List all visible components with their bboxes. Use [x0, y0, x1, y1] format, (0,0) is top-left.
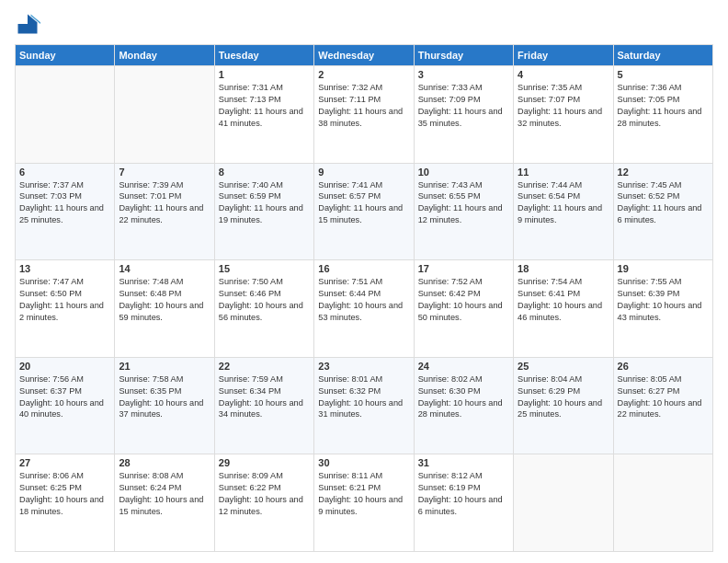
cell-info: Sunrise: 7:35 AM Sunset: 7:07 PM Dayligh…	[518, 82, 609, 130]
calendar-cell: 19Sunrise: 7:55 AM Sunset: 6:39 PM Dayli…	[613, 260, 712, 358]
day-number: 14	[119, 263, 210, 274]
cell-info: Sunrise: 7:36 AM Sunset: 7:05 PM Dayligh…	[618, 82, 709, 130]
cell-info: Sunrise: 7:59 AM Sunset: 6:34 PM Dayligh…	[219, 373, 310, 421]
cell-info: Sunrise: 7:50 AM Sunset: 6:46 PM Dayligh…	[219, 276, 310, 324]
day-number: 19	[618, 263, 709, 274]
day-number: 16	[318, 263, 409, 274]
cell-info: Sunrise: 7:51 AM Sunset: 6:44 PM Dayligh…	[318, 276, 409, 324]
weekday-header-wednesday: Wednesday	[314, 45, 414, 66]
cell-info: Sunrise: 8:08 AM Sunset: 6:24 PM Dayligh…	[119, 470, 210, 518]
calendar-cell: 27Sunrise: 8:06 AM Sunset: 6:25 PM Dayli…	[16, 454, 115, 552]
day-number: 9	[318, 167, 409, 178]
cell-info: Sunrise: 7:45 AM Sunset: 6:52 PM Dayligh…	[618, 179, 709, 227]
week-row-4: 20Sunrise: 7:56 AM Sunset: 6:37 PM Dayli…	[16, 357, 713, 454]
day-number: 28	[119, 457, 210, 468]
cell-info: Sunrise: 7:54 AM Sunset: 6:41 PM Dayligh…	[518, 276, 609, 324]
page: SundayMondayTuesdayWednesdayThursdayFrid…	[0, 0, 728, 563]
calendar-cell: 28Sunrise: 8:08 AM Sunset: 6:24 PM Dayli…	[115, 454, 214, 552]
day-number: 11	[518, 167, 609, 178]
calendar-cell: 29Sunrise: 8:09 AM Sunset: 6:22 PM Dayli…	[214, 454, 313, 552]
calendar-cell: 10Sunrise: 7:43 AM Sunset: 6:55 PM Dayli…	[414, 163, 513, 260]
cell-info: Sunrise: 7:47 AM Sunset: 6:50 PM Dayligh…	[19, 276, 110, 324]
day-number: 27	[19, 457, 110, 468]
calendar-cell: 5Sunrise: 7:36 AM Sunset: 7:05 PM Daylig…	[613, 66, 712, 164]
cell-info: Sunrise: 7:41 AM Sunset: 6:57 PM Dayligh…	[318, 179, 409, 227]
calendar-cell: 9Sunrise: 7:41 AM Sunset: 6:57 PM Daylig…	[314, 163, 414, 260]
header	[15, 11, 713, 37]
cell-info: Sunrise: 7:52 AM Sunset: 6:42 PM Dayligh…	[418, 276, 509, 324]
calendar-cell: 11Sunrise: 7:44 AM Sunset: 6:54 PM Dayli…	[514, 163, 613, 260]
cell-info: Sunrise: 8:04 AM Sunset: 6:29 PM Dayligh…	[518, 373, 609, 421]
day-number: 7	[119, 167, 210, 178]
logo-icon	[15, 11, 40, 37]
svg-rect-2	[15, 11, 28, 24]
calendar-cell: 18Sunrise: 7:54 AM Sunset: 6:41 PM Dayli…	[514, 260, 613, 358]
cell-info: Sunrise: 7:39 AM Sunset: 7:01 PM Dayligh…	[119, 179, 210, 227]
calendar-cell	[16, 66, 115, 164]
cell-info: Sunrise: 8:06 AM Sunset: 6:25 PM Dayligh…	[19, 470, 110, 518]
weekday-header-tuesday: Tuesday	[214, 45, 313, 66]
cell-info: Sunrise: 7:37 AM Sunset: 7:03 PM Dayligh…	[19, 179, 110, 227]
calendar-cell: 31Sunrise: 8:12 AM Sunset: 6:19 PM Dayli…	[414, 454, 513, 552]
calendar-cell	[115, 66, 214, 164]
cell-info: Sunrise: 8:01 AM Sunset: 6:32 PM Dayligh…	[318, 373, 409, 421]
calendar-cell: 21Sunrise: 7:58 AM Sunset: 6:35 PM Dayli…	[115, 357, 214, 454]
cell-info: Sunrise: 7:43 AM Sunset: 6:55 PM Dayligh…	[418, 179, 509, 227]
cell-info: Sunrise: 7:33 AM Sunset: 7:09 PM Dayligh…	[418, 82, 509, 130]
weekday-header-friday: Friday	[514, 45, 613, 66]
calendar-cell: 22Sunrise: 7:59 AM Sunset: 6:34 PM Dayli…	[214, 357, 313, 454]
cell-info: Sunrise: 8:11 AM Sunset: 6:21 PM Dayligh…	[318, 470, 409, 518]
calendar-cell: 24Sunrise: 8:02 AM Sunset: 6:30 PM Dayli…	[414, 357, 513, 454]
day-number: 15	[219, 263, 310, 274]
day-number: 18	[518, 263, 609, 274]
calendar-cell: 20Sunrise: 7:56 AM Sunset: 6:37 PM Dayli…	[16, 357, 115, 454]
cell-info: Sunrise: 8:12 AM Sunset: 6:19 PM Dayligh…	[418, 470, 509, 518]
calendar-cell: 12Sunrise: 7:45 AM Sunset: 6:52 PM Dayli…	[613, 163, 712, 260]
day-number: 6	[19, 167, 110, 178]
day-number: 21	[119, 361, 210, 372]
day-number: 10	[418, 167, 509, 178]
day-number: 17	[418, 263, 509, 274]
calendar-cell: 14Sunrise: 7:48 AM Sunset: 6:48 PM Dayli…	[115, 260, 214, 358]
day-number: 2	[318, 69, 409, 80]
calendar-cell: 13Sunrise: 7:47 AM Sunset: 6:50 PM Dayli…	[16, 260, 115, 358]
cell-info: Sunrise: 8:05 AM Sunset: 6:27 PM Dayligh…	[618, 373, 709, 421]
calendar-cell	[514, 454, 613, 552]
calendar-cell	[613, 454, 712, 552]
day-number: 8	[219, 167, 310, 178]
day-number: 24	[418, 361, 509, 372]
day-number: 31	[418, 457, 509, 468]
cell-info: Sunrise: 8:02 AM Sunset: 6:30 PM Dayligh…	[418, 373, 509, 421]
calendar-cell: 8Sunrise: 7:40 AM Sunset: 6:59 PM Daylig…	[214, 163, 313, 260]
calendar-cell: 25Sunrise: 8:04 AM Sunset: 6:29 PM Dayli…	[514, 357, 613, 454]
weekday-header-row: SundayMondayTuesdayWednesdayThursdayFrid…	[16, 45, 713, 66]
weekday-header-thursday: Thursday	[414, 45, 513, 66]
calendar-cell: 2Sunrise: 7:32 AM Sunset: 7:11 PM Daylig…	[314, 66, 414, 164]
week-row-3: 13Sunrise: 7:47 AM Sunset: 6:50 PM Dayli…	[16, 260, 713, 358]
cell-info: Sunrise: 7:56 AM Sunset: 6:37 PM Dayligh…	[19, 373, 110, 421]
day-number: 29	[219, 457, 310, 468]
cell-info: Sunrise: 7:58 AM Sunset: 6:35 PM Dayligh…	[119, 373, 210, 421]
cell-info: Sunrise: 7:32 AM Sunset: 7:11 PM Dayligh…	[318, 82, 409, 130]
cell-info: Sunrise: 8:09 AM Sunset: 6:22 PM Dayligh…	[219, 470, 310, 518]
calendar-cell: 1Sunrise: 7:31 AM Sunset: 7:13 PM Daylig…	[214, 66, 313, 164]
day-number: 12	[618, 167, 709, 178]
calendar-cell: 17Sunrise: 7:52 AM Sunset: 6:42 PM Dayli…	[414, 260, 513, 358]
weekday-header-monday: Monday	[115, 45, 214, 66]
day-number: 5	[618, 69, 709, 80]
weekday-header-saturday: Saturday	[613, 45, 712, 66]
weekday-header-sunday: Sunday	[16, 45, 115, 66]
calendar-cell: 23Sunrise: 8:01 AM Sunset: 6:32 PM Dayli…	[314, 357, 414, 454]
week-row-2: 6Sunrise: 7:37 AM Sunset: 7:03 PM Daylig…	[16, 163, 713, 260]
calendar-cell: 26Sunrise: 8:05 AM Sunset: 6:27 PM Dayli…	[613, 357, 712, 454]
day-number: 1	[219, 69, 310, 80]
day-number: 25	[518, 361, 609, 372]
calendar-cell: 15Sunrise: 7:50 AM Sunset: 6:46 PM Dayli…	[214, 260, 313, 358]
day-number: 23	[318, 361, 409, 372]
day-number: 3	[418, 69, 509, 80]
logo	[15, 11, 44, 37]
cell-info: Sunrise: 7:31 AM Sunset: 7:13 PM Dayligh…	[219, 82, 310, 130]
day-number: 22	[219, 361, 310, 372]
week-row-5: 27Sunrise: 8:06 AM Sunset: 6:25 PM Dayli…	[16, 454, 713, 552]
calendar-cell: 6Sunrise: 7:37 AM Sunset: 7:03 PM Daylig…	[16, 163, 115, 260]
